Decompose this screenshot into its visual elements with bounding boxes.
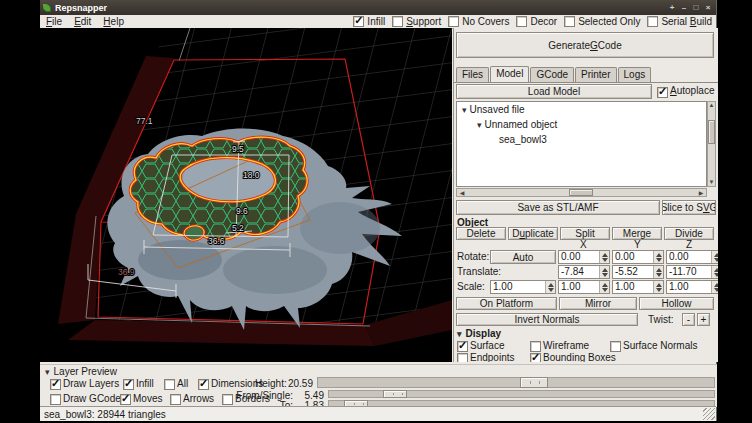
resize-grip[interactable] xyxy=(703,408,715,420)
height-slider[interactable] xyxy=(317,377,715,388)
title-bar[interactable]: Repsnapper + – □ × xyxy=(40,0,716,15)
spinner-arrows-icon[interactable] xyxy=(599,281,609,293)
infill-preview-checkbox[interactable] xyxy=(123,379,134,390)
surface-normals-label: Surface Normals xyxy=(623,340,697,351)
spinner-arrows-icon[interactable] xyxy=(653,266,663,278)
dim-low-label: 9.6 xyxy=(236,206,248,216)
tab-files[interactable]: Files xyxy=(456,67,489,82)
height-slider-handle[interactable] xyxy=(520,377,548,388)
all-checkbox[interactable] xyxy=(164,379,175,390)
duplicate-button[interactable]: Duplicate xyxy=(508,227,558,240)
mirror-button[interactable]: Mirror xyxy=(559,297,637,310)
layer-preview-expander[interactable]: Layer Preview xyxy=(45,366,117,377)
shade-button[interactable]: + xyxy=(667,3,677,13)
rotate-x-spinner[interactable]: 0.00 xyxy=(558,250,610,264)
scroll-up-icon[interactable]: ▲ xyxy=(708,102,715,109)
twist-minus-button[interactable]: - xyxy=(682,313,695,326)
translate-z-spinner[interactable]: -11.70 xyxy=(666,265,718,279)
scroll-right-icon[interactable]: ▶ xyxy=(697,189,705,197)
expander-icon[interactable] xyxy=(462,104,470,115)
surface-checkbox[interactable] xyxy=(457,341,468,352)
check-no-covers[interactable]: No Covers xyxy=(448,16,509,27)
serial-build-checkbox[interactable] xyxy=(647,16,658,27)
menu-help[interactable]: Help xyxy=(97,16,130,27)
expander-icon[interactable] xyxy=(477,119,485,130)
twist-plus-button[interactable]: + xyxy=(697,313,710,326)
scrollbar-thumb[interactable] xyxy=(569,189,593,196)
rotate-auto-button[interactable]: Auto xyxy=(490,250,556,264)
scale-y-spinner[interactable]: 1.00 xyxy=(612,280,664,294)
close-button[interactable]: × xyxy=(703,3,713,13)
from-slider-handle[interactable] xyxy=(383,390,407,398)
spinner-arrows-icon[interactable] xyxy=(599,266,609,278)
endpoints-checkbox[interactable] xyxy=(457,353,468,362)
support-checkbox[interactable] xyxy=(392,16,403,27)
slice-to-svg-button[interactable]: Slice to SVG xyxy=(662,200,716,215)
draw-gcode-checkbox[interactable] xyxy=(50,394,61,405)
autoplace-checkbox[interactable] xyxy=(657,87,668,98)
on-platform-button[interactable]: On Platform xyxy=(456,297,557,310)
tree-item-unnamed-object[interactable]: Unnamed object xyxy=(457,117,706,132)
check-support[interactable]: Support xyxy=(392,16,441,27)
tab-model[interactable]: Model xyxy=(490,66,529,82)
scale-uniform-spinner[interactable]: 1.00 xyxy=(490,280,556,294)
check-selected-only[interactable]: Selected Only xyxy=(564,16,640,27)
minimize-button[interactable]: – xyxy=(679,3,689,13)
moves-checkbox[interactable] xyxy=(120,394,131,405)
generate-gcode-button[interactable]: Generate GCode xyxy=(456,32,714,58)
moves-label: Moves xyxy=(133,393,162,404)
axis-y-header: Y xyxy=(634,239,641,250)
infill-checkbox[interactable] xyxy=(353,16,364,27)
spinner-arrows-icon[interactable] xyxy=(545,281,555,293)
3d-viewport[interactable]: 77.1 9.5 18.0 9.6 5.2 36.6 36.9 xyxy=(40,28,452,362)
spinner-arrows-icon[interactable] xyxy=(711,281,718,293)
rotate-z-spinner[interactable]: 0.00 xyxy=(666,250,718,264)
arrows-checkbox[interactable] xyxy=(170,394,181,405)
no-covers-checkbox[interactable] xyxy=(448,16,459,27)
spinner-arrows-icon[interactable] xyxy=(711,251,718,263)
invert-normals-button[interactable]: Invert Normals xyxy=(456,313,638,326)
tab-printer[interactable]: Printer xyxy=(575,67,616,82)
translate-x-spinner[interactable]: -7.84 xyxy=(558,265,610,279)
tree-horizontal-scrollbar[interactable]: ◀ ▶ xyxy=(456,188,707,197)
check-decor[interactable]: Decor xyxy=(516,16,557,27)
display-expander[interactable]: Display xyxy=(457,328,501,339)
translate-y-spinner[interactable]: -5.52 xyxy=(612,265,664,279)
tree-vertical-scrollbar[interactable]: ▲ ▼ xyxy=(707,101,716,187)
spinner-arrows-icon[interactable] xyxy=(653,251,663,263)
dimensions-checkbox[interactable] xyxy=(198,379,209,390)
status-bar: sea_bowl3: 28944 triangles xyxy=(40,406,716,421)
menu-edit[interactable]: Edit xyxy=(68,16,97,27)
scroll-down-icon[interactable]: ▼ xyxy=(708,179,715,186)
tab-gcode[interactable]: GCode xyxy=(530,67,574,82)
check-serial-build[interactable]: Serial Build xyxy=(647,16,712,27)
scale-z-spinner[interactable]: 1.00 xyxy=(666,280,718,294)
scrollbar-thumb[interactable] xyxy=(708,120,715,144)
check-infill[interactable]: Infill xyxy=(353,16,385,27)
app-leaf-icon xyxy=(43,4,51,12)
load-model-button[interactable]: Load Model xyxy=(456,84,652,99)
maximize-button[interactable]: □ xyxy=(691,3,701,13)
from-single-slider[interactable] xyxy=(328,390,715,398)
menu-file[interactable]: File xyxy=(40,16,68,27)
hollow-button[interactable]: Hollow xyxy=(639,297,714,310)
tab-logs[interactable]: Logs xyxy=(618,67,652,82)
save-stl-button[interactable]: Save as STL/AMF xyxy=(456,200,660,215)
scroll-left-icon[interactable]: ◀ xyxy=(458,189,466,197)
rotate-y-spinner[interactable]: 0.00 xyxy=(612,250,664,264)
selected-only-checkbox[interactable] xyxy=(564,16,575,27)
3d-scene: 77.1 9.5 18.0 9.6 5.2 36.6 36.9 xyxy=(40,28,452,362)
spinner-arrows-icon[interactable] xyxy=(711,266,718,278)
tree-item-sea-bowl3[interactable]: sea_bowl3 xyxy=(457,132,706,147)
bounding-boxes-checkbox[interactable] xyxy=(530,353,541,362)
surface-normals-checkbox[interactable] xyxy=(610,341,621,352)
decor-checkbox[interactable] xyxy=(516,16,527,27)
delete-button[interactable]: Delete xyxy=(456,227,506,240)
tree-item-unsaved-file[interactable]: Unsaved file xyxy=(457,102,706,117)
translate-label: Translate: xyxy=(457,266,501,277)
scale-x-spinner[interactable]: 1.00 xyxy=(558,280,610,294)
dim-depth-label: 36.9 xyxy=(118,267,135,277)
spinner-arrows-icon[interactable] xyxy=(599,251,609,263)
spinner-arrows-icon[interactable] xyxy=(653,281,663,293)
draw-layers-checkbox[interactable] xyxy=(50,379,61,390)
